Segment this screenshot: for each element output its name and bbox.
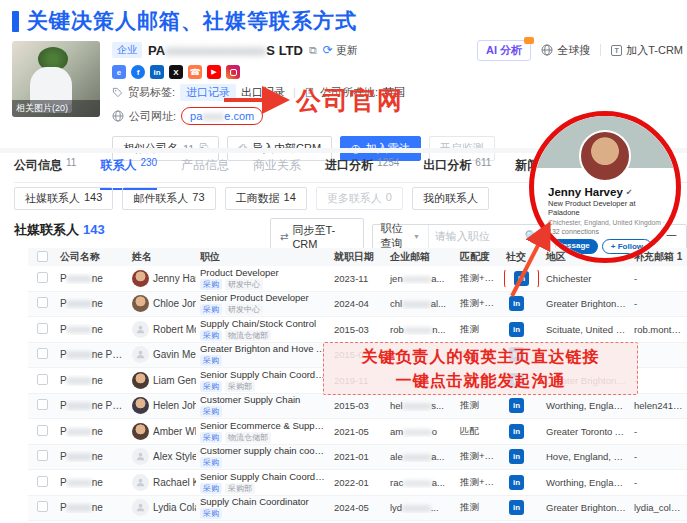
extra-email-cell: - <box>630 451 687 462</box>
social-wrap: in <box>506 320 527 339</box>
x-icon[interactable]: X <box>169 65 183 79</box>
row-checkbox[interactable] <box>37 501 48 512</box>
job-tag: 采购 <box>200 483 222 494</box>
job-query-dropdown[interactable]: 职位查询▼ <box>373 225 429 248</box>
tab-出口分析[interactable]: 出口分析611 <box>423 157 491 182</box>
row-checkbox[interactable] <box>37 476 48 487</box>
start-date-cell: 2023-11 <box>330 273 386 284</box>
follow-button[interactable]: + Follow <box>602 239 652 254</box>
facebook-icon[interactable]: f <box>131 65 145 79</box>
company-redacted: xxxxx <box>67 349 92 360</box>
job-tag: 采购 <box>200 508 222 519</box>
table-row[interactable]: Pxxxxxne Produc...Helen JohnstoneCustome… <box>28 394 687 420</box>
match-cell: 推测+验证 <box>456 297 502 310</box>
avatar-placeholder-icon <box>132 321 149 338</box>
select-all-checkbox[interactable] <box>37 251 48 262</box>
linkedin-icon[interactable]: in <box>509 398 524 413</box>
linkedin-icon[interactable]: in <box>509 424 524 439</box>
extra-email-cell: rob.montagano@g... <box>630 324 687 335</box>
chip-邮件联系人[interactable]: 邮件联系人73 <box>122 187 215 210</box>
avatar-placeholder-icon <box>132 499 149 516</box>
job-input[interactable] <box>429 230 525 242</box>
linkedin-icon[interactable]: in <box>509 449 524 464</box>
email-redacted: xxxxxx <box>402 298 431 309</box>
refresh-button[interactable]: ⟳更新 <box>323 43 358 58</box>
related-images-caption: 相关图片(20) <box>12 100 100 117</box>
tab-联系人[interactable]: 联系人230 <box>100 157 157 182</box>
email-redacted: xxxxxx <box>403 400 432 411</box>
chip-工商数据[interactable]: 工商数据14 <box>225 187 307 210</box>
table-row[interactable]: PxxxxxneJenny HarveyProduct Developer采购研… <box>28 266 687 292</box>
row-checkbox[interactable] <box>37 297 48 308</box>
instagram-icon[interactable] <box>226 65 240 79</box>
web-icon[interactable]: e <box>112 65 126 79</box>
email-redacted: xxxxxx <box>403 426 432 437</box>
social-wrap: in <box>506 422 527 441</box>
website-link[interactable]: paxxxxe.com <box>181 107 263 125</box>
table-row[interactable]: PxxxxxneChloe JonesSenior Product Develo… <box>28 292 687 318</box>
chip-我的联系人[interactable]: 我的联系人 <box>412 187 489 210</box>
contact-name: Gavin Meeks <box>153 349 196 360</box>
job-title: Supply Chain Coordinator <box>200 496 326 507</box>
contact-type-chips: 社媒联系人143邮件联系人73工商数据14更多联系人0我的联系人 <box>14 187 489 210</box>
row-checkbox[interactable] <box>37 323 48 334</box>
job-title: Senior Ecommerce & Supply Cha... <box>200 420 326 431</box>
avatar <box>132 295 149 312</box>
import-records-badge[interactable]: 进口记录 <box>180 84 236 101</box>
chip-label: 社媒联系人 <box>25 191 80 206</box>
profile-location: Chichester, England, United Kingdom · Co… <box>548 219 668 226</box>
phone-icon[interactable]: ☎ <box>188 65 202 79</box>
export-records-link[interactable]: 出口记录 <box>241 85 285 100</box>
company-cell: Pxxxxxne Produc... <box>56 349 128 360</box>
extra-email-cell: - <box>630 298 687 309</box>
global-search-button[interactable]: 全球搜 <box>541 43 590 58</box>
row-checkbox[interactable] <box>37 374 48 385</box>
join-tcrm-button[interactable]: T 加入T-CRM <box>611 43 683 58</box>
job-tag: 采购 <box>200 381 222 392</box>
tab-产品信息[interactable]: 产品信息 <box>181 157 229 182</box>
linkedin-icon[interactable]: in <box>509 500 524 515</box>
linkedin-icon[interactable]: in <box>150 65 164 79</box>
job-tag: 研发中心 <box>225 279 263 290</box>
linkedin-icon[interactable]: in <box>509 322 524 337</box>
region-cell: Greater Brighton a... <box>542 298 630 309</box>
avatar <box>132 397 149 414</box>
linkedin-icon[interactable]: in <box>514 271 529 286</box>
match-cell: 推测 <box>456 501 502 514</box>
divider <box>600 44 601 56</box>
linkedin-icon[interactable]: in <box>509 296 524 311</box>
contact-name-cell: Helen Johnstone <box>128 397 196 414</box>
start-date-cell: 2021-05 <box>330 426 386 437</box>
tab-商业关系[interactable]: 商业关系 <box>253 157 301 182</box>
ai-analysis-button[interactable]: AI 分析 <box>477 40 531 61</box>
row-checkbox[interactable] <box>37 425 48 436</box>
table-row[interactable]: PxxxxxneAlex StylesCustomer supply chain… <box>28 445 687 471</box>
company-redacted: xxxxx <box>67 273 92 284</box>
table-row[interactable]: PxxxxxneRachael KellySenior Supply Chain… <box>28 470 687 496</box>
youtube-icon[interactable]: ▶ <box>207 65 221 79</box>
table-row[interactable]: PxxxxxneLydia ColasurdoSupply Chain Coor… <box>28 496 687 522</box>
chip-label: 工商数据 <box>236 191 280 206</box>
row-checkbox[interactable] <box>37 399 48 410</box>
company-photo[interactable]: 相关图片(20) <box>12 41 100 117</box>
copy-icon[interactable]: ⧉ <box>309 44 317 57</box>
row-checkbox[interactable] <box>37 272 48 283</box>
row-checkbox[interactable] <box>37 348 48 359</box>
job-cell: Senior Product Developer采购研发中心 <box>196 292 330 315</box>
chip-社媒联系人[interactable]: 社媒联系人143 <box>14 187 113 210</box>
row-checkbox[interactable] <box>37 450 48 461</box>
tab-公司信息[interactable]: 公司信息11 <box>14 157 76 182</box>
linkedin-icon[interactable]: in <box>509 475 524 490</box>
region-cell: Hove, England, Uni... <box>542 451 630 462</box>
chip-count: 143 <box>84 191 102 206</box>
chip-更多联系人[interactable]: 更多联系人0 <box>316 187 403 210</box>
email-cell: amxxxxxxo <box>386 426 456 437</box>
social-cell: in <box>502 447 542 466</box>
table-row[interactable]: PxxxxxneAmber WhittySenior Ecommerce & S… <box>28 419 687 445</box>
chip-count: 0 <box>386 191 392 206</box>
start-date-cell: 2022-01 <box>330 477 386 488</box>
tcrm-icon: T <box>611 45 622 56</box>
avatar <box>132 423 149 440</box>
table-row[interactable]: PxxxxxneRobert Monta...Supply Chain/Stoc… <box>28 317 687 343</box>
tab-进口分析[interactable]: 进口分析1254 <box>325 157 399 182</box>
